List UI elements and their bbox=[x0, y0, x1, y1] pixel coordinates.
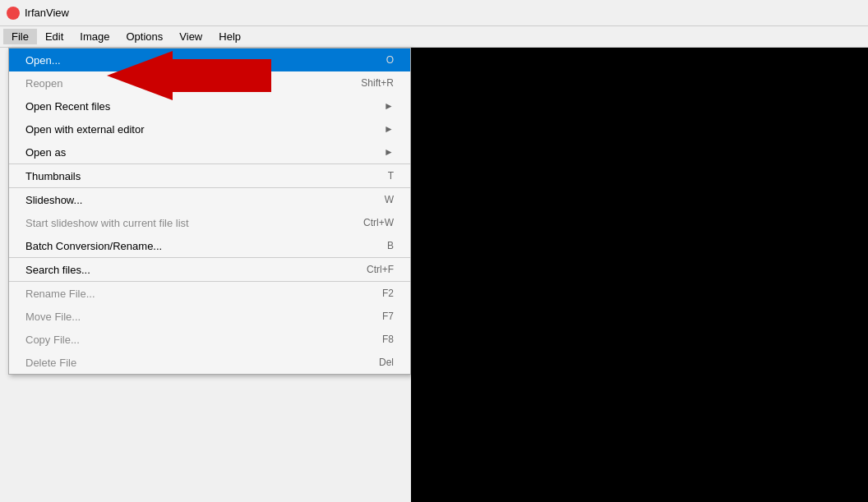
menu-thumbnails-label: Thumbnails bbox=[25, 170, 81, 182]
canvas-area bbox=[411, 48, 868, 502]
menu-slideshow[interactable]: Slideshow... W bbox=[9, 188, 410, 211]
menu-start-slideshow-label: Start slideshow with current file list bbox=[25, 217, 189, 229]
menu-open-as-arrow: ► bbox=[384, 146, 394, 158]
menu-copy-shortcut: F8 bbox=[382, 334, 394, 345]
menu-bar: File Edit Image Options View Help bbox=[0, 26, 868, 48]
menu-start-slideshow[interactable]: Start slideshow with current file list C… bbox=[9, 211, 410, 234]
menu-open-as-label: Open as bbox=[25, 146, 66, 159]
app-icon bbox=[7, 7, 20, 20]
menu-open-shortcut: O bbox=[386, 54, 394, 66]
menu-search[interactable]: Search files... Ctrl+F bbox=[9, 258, 410, 281]
menu-open-external-label: Open with external editor bbox=[25, 123, 145, 136]
menu-help[interactable]: Help bbox=[210, 29, 249, 44]
menu-section-slideshow: Slideshow... W Start slideshow with curr… bbox=[9, 188, 410, 258]
menu-search-label: Search files... bbox=[25, 264, 90, 276]
menu-section-thumbnails: Thumbnails T bbox=[9, 164, 410, 188]
menu-open-as[interactable]: Open as ► bbox=[9, 140, 410, 163]
menu-reopen[interactable]: Reopen Shift+R bbox=[9, 71, 410, 94]
menu-slideshow-label: Slideshow... bbox=[25, 194, 82, 206]
menu-open-recent[interactable]: Open Recent files ► bbox=[9, 94, 410, 117]
menu-edit[interactable]: Edit bbox=[37, 29, 72, 44]
menu-thumbnails[interactable]: Thumbnails T bbox=[9, 164, 410, 187]
menu-rename-shortcut: F2 bbox=[382, 288, 394, 299]
menu-options[interactable]: Options bbox=[118, 29, 172, 44]
menu-move[interactable]: Move File... F7 bbox=[9, 305, 410, 328]
menu-image[interactable]: Image bbox=[72, 29, 118, 44]
menu-section-file-ops: Rename File... F2 Move File... F7 Copy F… bbox=[9, 282, 410, 374]
menu-slideshow-shortcut: W bbox=[385, 194, 394, 205]
menu-reopen-shortcut: Shift+R bbox=[361, 77, 394, 89]
menu-move-label: Move File... bbox=[25, 311, 81, 323]
menu-start-slideshow-shortcut: Ctrl+W bbox=[363, 217, 394, 228]
menu-copy[interactable]: Copy File... F8 bbox=[9, 328, 410, 351]
menu-section-open: Open... O Reopen Shift+R Open Recent fil… bbox=[9, 48, 410, 164]
menu-open-external-arrow: ► bbox=[384, 123, 394, 135]
menu-move-shortcut: F7 bbox=[382, 311, 394, 322]
menu-delete-shortcut: Del bbox=[379, 357, 394, 368]
menu-open-external[interactable]: Open with external editor ► bbox=[9, 117, 410, 140]
menu-search-shortcut: Ctrl+F bbox=[367, 264, 394, 275]
menu-batch-label: Batch Conversion/Rename... bbox=[25, 240, 162, 252]
file-dropdown-menu: Open... O Reopen Shift+R Open Recent fil… bbox=[8, 48, 411, 375]
menu-open-recent-label: Open Recent files bbox=[25, 100, 110, 113]
menu-open-label: Open... bbox=[25, 54, 61, 67]
menu-file[interactable]: File bbox=[3, 29, 37, 44]
menu-section-search: Search files... Ctrl+F bbox=[9, 258, 410, 282]
menu-batch[interactable]: Batch Conversion/Rename... B bbox=[9, 234, 410, 257]
menu-copy-label: Copy File... bbox=[25, 334, 80, 346]
menu-batch-shortcut: B bbox=[387, 240, 394, 251]
menu-rename-label: Rename File... bbox=[25, 288, 95, 300]
menu-reopen-label: Reopen bbox=[25, 77, 63, 90]
menu-open-recent-arrow: ► bbox=[384, 100, 394, 112]
menu-rename[interactable]: Rename File... F2 bbox=[9, 282, 410, 305]
app-title: IrfanView bbox=[25, 7, 69, 19]
title-bar: IrfanView bbox=[0, 0, 868, 26]
menu-thumbnails-shortcut: T bbox=[388, 170, 394, 182]
menu-delete[interactable]: Delete File Del bbox=[9, 351, 410, 374]
menu-delete-label: Delete File bbox=[25, 357, 76, 369]
menu-view[interactable]: View bbox=[171, 29, 210, 44]
menu-open[interactable]: Open... O bbox=[9, 48, 410, 71]
